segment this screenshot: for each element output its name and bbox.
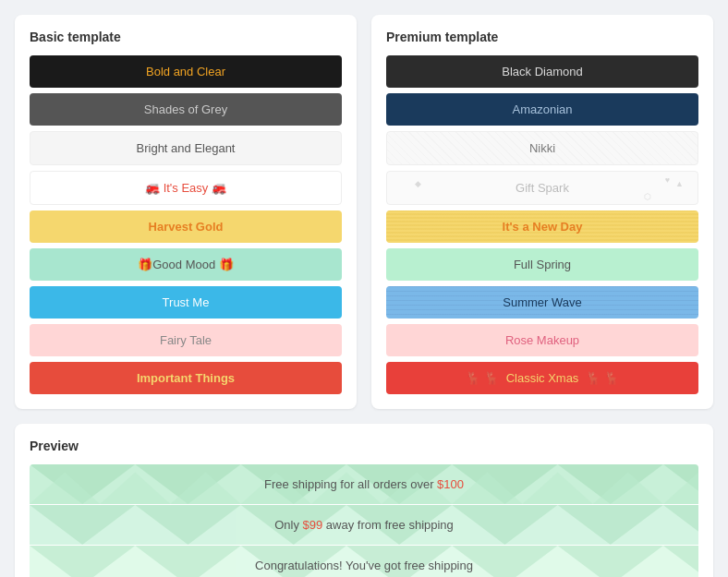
template-summer-wave[interactable]: Summer Wave xyxy=(386,286,698,319)
premium-template-title: Premium template xyxy=(386,30,698,44)
template-amazonian[interactable]: Amazonian xyxy=(386,93,698,126)
template-black-diamond[interactable]: Black Diamond xyxy=(386,55,698,88)
template-classic-xmas[interactable]: 🦌 🦌Classic Xmas🦌 🦌 xyxy=(386,362,698,394)
basic-template-list: Bold and Clear Shades of Grey Bright and… xyxy=(30,55,342,394)
basic-template-title: Basic template xyxy=(30,30,342,44)
basic-template-card: Basic template Bold and Clear Shades of … xyxy=(15,15,357,409)
preview-row-1-text: Free shipping for all orders over $100 xyxy=(30,464,698,504)
preview-row-3-text: Congratulations! You've got free shippin… xyxy=(30,546,698,577)
template-nikki[interactable]: Nikki xyxy=(386,131,698,165)
template-bright-elegant[interactable]: Bright and Elegant xyxy=(30,131,342,165)
template-harvest-gold[interactable]: Harvest Gold xyxy=(30,210,342,243)
preview-highlight-2: $99 xyxy=(303,518,323,532)
preview-row-2-text: Only $99 away from free shipping xyxy=(30,505,698,545)
preview-row-3: Congratulations! You've got free shippin… xyxy=(30,546,698,577)
premium-template-list: Black Diamond Amazonian Nikki Gift Spark… xyxy=(386,55,698,394)
preview-row-1: Free shipping for all orders over $100 xyxy=(30,464,698,504)
template-rose-makeup[interactable]: Rose Makeup xyxy=(386,324,698,356)
template-important-things[interactable]: Important Things xyxy=(30,362,342,394)
preview-title: Preview xyxy=(30,439,698,453)
template-gift-spark[interactable]: Gift Spark ♥ ▲ ◆ ⬡ xyxy=(386,171,698,205)
preview-row-2: Only $99 away from free shipping xyxy=(30,505,698,545)
template-shades-grey[interactable]: Shades of Grey xyxy=(30,93,342,126)
template-its-new-day[interactable]: It's a New Day xyxy=(386,210,698,243)
preview-card: Preview Free shipping for all orders ove… xyxy=(15,424,713,577)
premium-template-card: Premium template Black Diamond Amazonian… xyxy=(371,15,713,409)
template-trust-me[interactable]: Trust Me xyxy=(30,286,342,319)
preview-highlight-1: $100 xyxy=(437,477,464,491)
preview-container: Free shipping for all orders over $100 O… xyxy=(30,464,698,577)
template-its-easy[interactable]: 🚒 It's Easy 🚒 xyxy=(30,171,342,205)
template-bold-clear[interactable]: Bold and Clear xyxy=(30,55,342,88)
template-fairy-tale[interactable]: Fairy Tale xyxy=(30,324,342,356)
template-good-mood[interactable]: 🎁Good Mood 🎁 xyxy=(30,248,342,281)
template-full-spring[interactable]: Full Spring xyxy=(386,248,698,281)
